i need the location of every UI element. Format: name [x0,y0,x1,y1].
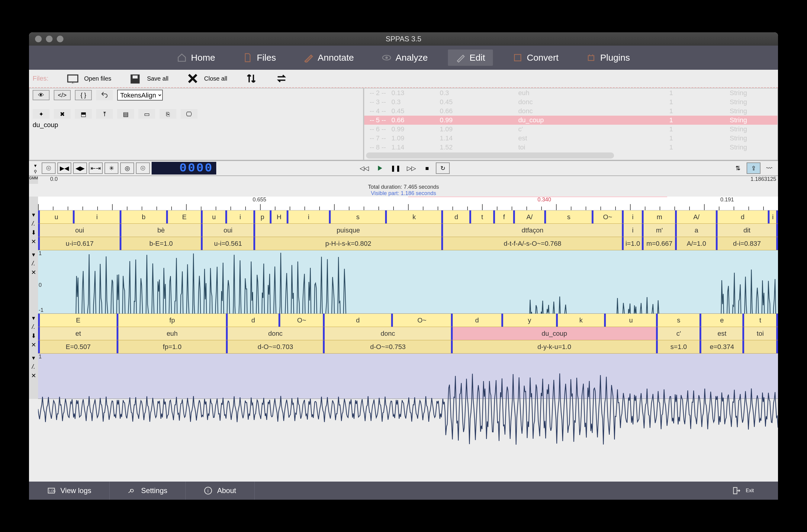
about-button[interactable]: i About [186,481,255,500]
segment[interactable]: a [675,224,716,237]
tier-tokens-bottom[interactable]: eteuhdoncdoncdu_coupc'esttoi [38,327,778,340]
waveform-canvas-1[interactable]: 1 0 -1 [38,250,778,314]
table-row[interactable]: -- 4 --0.450.66donc1String [364,107,777,116]
overview-ruler[interactable]: 0.0 1.1863125 [38,176,778,184]
segment[interactable]: bè [119,224,201,237]
segment[interactable]: f [493,210,513,224]
segment[interactable]: donc [323,327,451,340]
tier2-close-icon[interactable]: ✕ [31,341,36,348]
loop-button[interactable]: ↻ [436,163,450,174]
tier-collapse-icon[interactable]: ▾ [32,211,35,218]
tier2-collapse-icon[interactable]: ▾ [32,314,35,322]
segment[interactable]: d-O~=0.753 [323,340,451,353]
segment[interactable]: i [768,210,778,224]
segment[interactable]: fp [117,314,226,327]
segment[interactable]: s [656,314,700,327]
segment[interactable]: dtfaçon [441,224,622,237]
annotation-text-input[interactable]: du_coup [30,119,363,160]
segment[interactable]: p [254,210,270,224]
tier-tokens-top[interactable]: ouibèouipuisquedtfaçonim'adit [38,224,778,237]
segment[interactable]: u-i=0.617 [38,237,119,250]
tool-tag-del[interactable]: ✦ [33,109,50,119]
segment[interactable]: toi [743,327,778,340]
tier-align-bottom[interactable]: E=0.507fp=1.0d-O~=0.703d-O~=0.753d-y-k-u… [38,340,778,354]
segment[interactable]: u-i=0.561 [201,237,254,250]
goto-end-button[interactable]: ⦾ [136,163,150,174]
wave-edit-icon[interactable]: /. [32,260,35,267]
tool-add-down[interactable]: ⬒ [75,109,92,119]
tool-undo[interactable] [96,90,113,100]
zoom-window-icon[interactable] [57,36,63,42]
save-all-button[interactable]: Save all [130,73,169,84]
sort-button[interactable] [245,73,257,84]
segment[interactable]: i [225,210,254,224]
tool-braces[interactable]: { } [75,90,92,100]
minimize-window-icon[interactable] [46,36,53,42]
tier-phones-top[interactable]: uibEuipHiskdtfA/sO~imA/di [38,210,778,224]
tier2-download-icon[interactable]: ⬇ [31,332,36,339]
segment[interactable]: fp=1.0 [117,340,226,353]
table-row[interactable]: -- 8 --1.141.52toi1String [364,143,777,152]
play-button[interactable] [373,163,387,174]
goto-start-button[interactable]: ⦾ [42,163,56,174]
segment[interactable]: m [642,210,675,224]
segment[interactable]: d [441,210,469,224]
close-all-button[interactable]: Close all [187,73,227,84]
segment[interactable]: E [166,210,201,224]
wave-collapse-icon[interactable]: ▾ [32,251,35,258]
segment[interactable]: H [270,210,287,224]
segment[interactable]: du_coup [451,327,656,340]
wave2-close-icon[interactable]: ✕ [31,372,36,379]
nav-convert[interactable]: Convert [505,50,566,66]
segment[interactable]: i [287,210,329,224]
wave-close-icon[interactable]: ✕ [31,269,36,276]
tool-screen[interactable]: 🖵 [181,109,198,119]
segment[interactable]: A/ [513,210,544,224]
table-row[interactable]: -- 6 --0.991.09c'1String [364,125,777,134]
segment[interactable]: A/=1.0 [675,237,716,250]
segment[interactable]: i [622,210,642,224]
time-ruler[interactable]: 0.340 0.6550.191 [38,196,778,210]
table-row[interactable]: -- 5 --0.660.99du_coup1String [364,116,777,125]
segment[interactable]: u [38,210,73,224]
wave2-collapse-icon[interactable]: ▾ [32,354,35,361]
segment[interactable] [743,340,778,353]
segment[interactable]: puisque [254,224,441,237]
segment[interactable]: euh [117,327,226,340]
segment[interactable]: et [38,327,117,340]
collapse-handle[interactable]: ▾⚲ [31,163,40,174]
tool-view[interactable]: 👁 [33,90,50,100]
tier-phones-bottom[interactable]: EfpdO~dO~dykuset [38,314,778,327]
tool-row[interactable]: ▭ [138,109,155,119]
waveform-canvas-2[interactable]: 1 [38,354,778,399]
zoom-out-h-button[interactable]: ◀▶ [73,163,87,174]
tier2-annotate-icon[interactable]: /. [32,323,35,330]
segment[interactable]: k [385,210,441,224]
tool-insert-above[interactable]: ⤒ [96,109,113,119]
segment[interactable]: est [699,327,743,340]
segment[interactable]: b-E=1.0 [119,237,201,250]
segment[interactable]: c' [656,327,700,340]
segment[interactable]: d-O~=0.703 [226,340,323,353]
rewind-button[interactable]: ◁◁ [357,163,371,174]
segment[interactable]: m=0.667 [642,237,675,250]
table-row[interactable]: -- 7 --1.091.14est1String [364,134,777,143]
pause-button[interactable]: ❚❚ [389,163,402,174]
segment[interactable]: d [226,314,279,327]
segment[interactable]: d-i=0.837 [716,237,778,250]
exit-button[interactable]: Exit [708,487,778,495]
swap-button[interactable] [276,73,287,84]
segment[interactable]: E [38,314,117,327]
segment[interactable]: t [469,210,493,224]
segment[interactable]: E=0.507 [38,340,117,353]
nav-files[interactable]: Files [235,50,284,66]
wave2-edit-icon[interactable]: /. [32,363,35,370]
tier-download-icon[interactable]: ⬇ [31,229,36,236]
table-row[interactable]: -- 3 --0.30.45donc1String [364,97,777,107]
segment[interactable]: e [699,314,743,327]
segment[interactable]: k [556,314,604,327]
tier-annotate-icon[interactable]: /. [32,220,35,227]
export-button[interactable]: ⇪ [747,163,761,174]
segment[interactable]: dit [716,224,778,237]
fit-all-button[interactable]: ✳ [105,163,118,174]
